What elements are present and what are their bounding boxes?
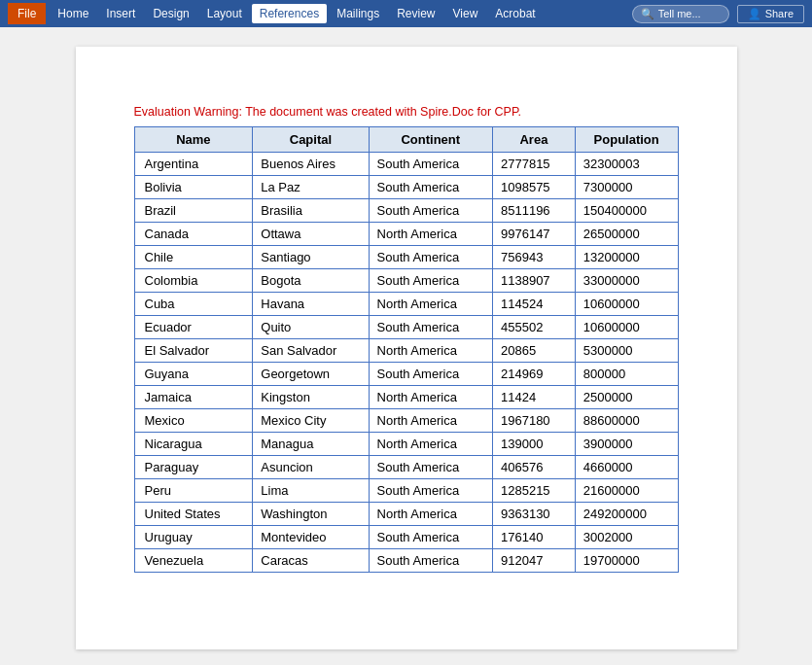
menu-layout[interactable]: Layout [199, 4, 250, 23]
table-cell: 455502 [492, 316, 575, 339]
title-bar-right: 🔍 Tell me... 👤 Share [632, 5, 804, 23]
menu-design[interactable]: Design [145, 4, 196, 23]
table-cell: 32300003 [575, 153, 678, 176]
table-cell: 249200000 [575, 503, 678, 526]
table-cell: United States [134, 503, 253, 526]
table-cell: North America [369, 433, 492, 456]
menu-view[interactable]: View [445, 4, 486, 23]
table-cell: North America [369, 223, 492, 246]
table-cell: Brasilia [253, 199, 369, 223]
menu-insert[interactable]: Insert [98, 4, 143, 23]
table-cell: Quito [253, 316, 369, 339]
table-cell: 21600000 [575, 479, 678, 503]
table-cell: North America [369, 503, 492, 526]
table-row: ParaguayAsuncionSouth America40657646600… [134, 456, 678, 479]
table-cell: Paraguay [134, 456, 253, 479]
table-cell: South America [369, 526, 492, 549]
table-row: United StatesWashingtonNorth America9363… [134, 503, 678, 526]
table-cell: 19700000 [575, 549, 678, 573]
table-row: BrazilBrasiliaSouth America8511196150400… [134, 199, 678, 223]
table-cell: 5300000 [575, 339, 678, 363]
eval-warning: Evaluation Warning: The document was cre… [134, 105, 679, 119]
col-header-continent: Continent [369, 127, 492, 153]
table-cell: 13200000 [575, 246, 678, 269]
person-icon: 👤 [748, 8, 761, 20]
countries-table: Name Capital Continent Area Population A… [134, 126, 679, 573]
table-cell: Washington [253, 503, 369, 526]
table-cell: 8511196 [492, 199, 575, 223]
title-bar: File Home Insert Design Layout Reference… [0, 0, 812, 27]
table-cell: Bolivia [134, 176, 253, 199]
table-cell: Canada [134, 223, 253, 246]
table-cell: Mexico City [253, 409, 369, 433]
table-cell: Georgetown [253, 363, 369, 386]
table-cell: 406576 [492, 456, 575, 479]
table-row: ColombiaBogotaSouth America1138907330000… [134, 269, 678, 293]
table-cell: 3900000 [575, 433, 678, 456]
table-cell: Managua [253, 433, 369, 456]
table-cell: 1098575 [492, 176, 575, 199]
table-cell: South America [369, 153, 492, 176]
col-header-population: Population [575, 127, 678, 153]
table-cell: South America [369, 176, 492, 199]
table-cell: Colombia [134, 269, 253, 293]
table-cell: North America [369, 293, 492, 316]
table-row: CubaHavanaNorth America11452410600000 [134, 293, 678, 316]
table-cell: Ecuador [134, 316, 253, 339]
table-cell: Peru [134, 479, 253, 503]
tell-me-box[interactable]: 🔍 Tell me... [632, 5, 729, 23]
share-button[interactable]: 👤 Share [737, 5, 804, 23]
table-cell: Havana [253, 293, 369, 316]
table-cell: South America [369, 363, 492, 386]
table-cell: Venezuela [134, 549, 253, 573]
table-cell: North America [369, 409, 492, 433]
file-menu[interactable]: File [8, 3, 46, 24]
table-row: BoliviaLa PazSouth America10985757300000 [134, 176, 678, 199]
table-cell: 1285215 [492, 479, 575, 503]
table-cell: South America [369, 456, 492, 479]
menu-mailings[interactable]: Mailings [329, 4, 387, 23]
col-header-capital: Capital [253, 127, 369, 153]
table-cell: South America [369, 269, 492, 293]
table-cell: 800000 [575, 363, 678, 386]
table-cell: San Salvador [253, 339, 369, 363]
table-cell: Montevideo [253, 526, 369, 549]
table-cell: Nicaragua [134, 433, 253, 456]
col-header-area: Area [492, 127, 575, 153]
table-cell: Bogota [253, 269, 369, 293]
table-cell: 88600000 [575, 409, 678, 433]
table-cell: South America [369, 246, 492, 269]
table-cell: 2500000 [575, 386, 678, 409]
table-cell: Uruguay [134, 526, 253, 549]
table-cell: 912047 [492, 549, 575, 573]
table-row: EcuadorQuitoSouth America45550210600000 [134, 316, 678, 339]
table-cell: 20865 [492, 339, 575, 363]
table-cell: 114524 [492, 293, 575, 316]
table-cell: 4660000 [575, 456, 678, 479]
table-row: CanadaOttawaNorth America997614726500000 [134, 223, 678, 246]
table-cell: 9976147 [492, 223, 575, 246]
table-cell: 7300000 [575, 176, 678, 199]
menu-home[interactable]: Home [50, 4, 96, 23]
table-row: MexicoMexico CityNorth America1967180886… [134, 409, 678, 433]
menu-review[interactable]: Review [389, 4, 442, 23]
table-cell: South America [369, 479, 492, 503]
col-header-name: Name [134, 127, 253, 153]
table-cell: Guyana [134, 363, 253, 386]
table-cell: 9363130 [492, 503, 575, 526]
table-cell: 11424 [492, 386, 575, 409]
table-cell: El Salvador [134, 339, 253, 363]
table-row: GuyanaGeorgetownSouth America21496980000… [134, 363, 678, 386]
table-cell: La Paz [253, 176, 369, 199]
table-cell: Ottawa [253, 223, 369, 246]
table-cell: North America [369, 386, 492, 409]
table-cell: 176140 [492, 526, 575, 549]
menu-acrobat[interactable]: Acrobat [487, 4, 543, 23]
table-row: UruguayMontevideoSouth America1761403002… [134, 526, 678, 549]
table-cell: 33000000 [575, 269, 678, 293]
table-cell: 1138907 [492, 269, 575, 293]
menu-references[interactable]: References [252, 4, 327, 23]
table-cell: Chile [134, 246, 253, 269]
table-cell: Mexico [134, 409, 253, 433]
table-cell: 10600000 [575, 316, 678, 339]
